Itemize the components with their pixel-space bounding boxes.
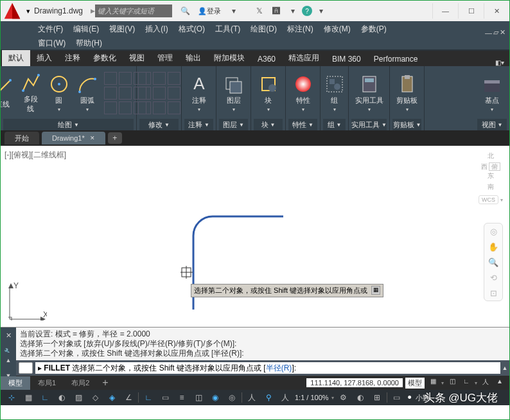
- draw-small-8[interactable]: [119, 101, 132, 114]
- arc-tool[interactable]: 圆弧▾: [75, 73, 100, 114]
- minimize-button[interactable]: —: [432, 3, 458, 19]
- sb-ws-icon[interactable]: ⚙: [337, 392, 351, 403]
- doc-minimize-icon[interactable]: —: [485, 29, 492, 37]
- wcs-badge[interactable]: WCS: [479, 195, 498, 204]
- doc-restore-icon[interactable]: ▱: [493, 28, 498, 37]
- nav-orbit-icon[interactable]: ⟲: [484, 270, 502, 285]
- ribbon-tab-default[interactable]: 默认: [2, 50, 30, 66]
- zoom-label[interactable]: 1:1 / 100%: [295, 394, 329, 401]
- sb-units-icon[interactable]: ▭: [390, 392, 404, 403]
- basepoint-tool[interactable]: 基点▾: [479, 73, 505, 114]
- polyline-tool[interactable]: 多段线: [18, 71, 44, 115]
- ribbon-tab-view[interactable]: 视图: [123, 50, 151, 66]
- mod-6[interactable]: [168, 87, 180, 100]
- nav-pan-icon[interactable]: ✋: [484, 239, 502, 254]
- filetab-add[interactable]: +: [108, 132, 122, 144]
- menu-modify[interactable]: 修改(M): [319, 22, 356, 37]
- layout-tab-model[interactable]: 模型: [1, 376, 30, 390]
- sb-vis-icon[interactable]: ⊞: [370, 392, 384, 403]
- menu-view[interactable]: 视图(V): [104, 22, 140, 37]
- nav-wheel-icon[interactable]: ◎: [484, 223, 502, 239]
- mod-4[interactable]: [138, 87, 151, 100]
- mod-2[interactable]: [153, 72, 166, 85]
- menu-dim[interactable]: 标注(N): [282, 22, 319, 37]
- filetab-start[interactable]: 开始: [4, 132, 39, 144]
- layout-tab-1[interactable]: 布局1: [30, 376, 64, 390]
- draw-small-2[interactable]: [119, 72, 132, 85]
- doc-close-icon[interactable]: ✕: [500, 28, 506, 37]
- iso-icon[interactable]: ∟: [461, 378, 472, 388]
- sb-3dosnap-icon[interactable]: ◈: [105, 392, 119, 403]
- compass-n[interactable]: 北: [479, 152, 503, 161]
- ribbon-tab-perf[interactable]: Performance: [367, 52, 425, 66]
- draw-small-7[interactable]: [104, 101, 117, 114]
- sb-snapmode-icon[interactable]: ▦: [21, 392, 35, 403]
- compass-s[interactable]: 南: [479, 182, 503, 191]
- menu-insert[interactable]: 插入(I): [140, 22, 173, 37]
- exchange-icon[interactable]: 𝕏: [252, 4, 267, 18]
- block-tool[interactable]: 块▾: [256, 73, 281, 114]
- line-tool[interactable]: 直线: [0, 76, 15, 110]
- menu-window[interactable]: 窗口(W): [33, 36, 71, 51]
- ribbon-tab-featured[interactable]: 精选应用: [282, 50, 326, 66]
- nav-show-icon[interactable]: ⊡: [484, 285, 502, 301]
- clipboard-tool[interactable]: 剪贴板▾: [394, 73, 420, 114]
- mod-3[interactable]: [168, 72, 180, 85]
- ribbon-tab-insert[interactable]: 插入: [30, 50, 58, 66]
- annotation-tool[interactable]: A注释▾: [186, 73, 212, 114]
- ribbon-tab-addon[interactable]: 附加模块: [207, 50, 251, 66]
- ribbon-tab-bim360[interactable]: BIM 360: [326, 52, 367, 66]
- mod-1[interactable]: [138, 72, 151, 85]
- ribbon-tab-a360[interactable]: A360: [251, 52, 282, 66]
- menu-tools[interactable]: 工具(T): [210, 22, 245, 37]
- ribbon-tab-output[interactable]: 输出: [179, 50, 207, 66]
- menu-edit[interactable]: 编辑(E): [68, 22, 104, 37]
- sb-polar-icon[interactable]: ◐: [55, 392, 69, 403]
- layer-tool[interactable]: 图层▾: [221, 73, 247, 114]
- menu-file[interactable]: 文件(F): [33, 22, 68, 37]
- layout-tab-2[interactable]: 布局2: [64, 376, 97, 390]
- ribbon-tab-annot[interactable]: 注释: [58, 50, 87, 66]
- layout-add[interactable]: +: [97, 377, 113, 389]
- help-icon[interactable]: ?: [302, 6, 312, 16]
- nav-zoom-icon[interactable]: 🔍: [484, 254, 502, 270]
- login-dropdown-icon[interactable]: ▾: [226, 4, 242, 18]
- drawing-canvas[interactable]: [-][俯视][二维线框] 北 西 俯 东 南 WCS ▾ ◎ ✋ 🔍 ⟲ ⊡ …: [1, 146, 509, 327]
- sb-annomon-icon[interactable]: 人: [245, 392, 259, 403]
- sb-annoauto-icon[interactable]: ⚲: [261, 392, 276, 403]
- sb-qp-icon[interactable]: ◉: [208, 392, 222, 403]
- ribbon-tab-param[interactable]: 参数化: [87, 50, 123, 66]
- annot-icon[interactable]: 人: [480, 378, 491, 388]
- space-toggle[interactable]: 模型: [405, 378, 425, 389]
- sb-osnap-icon[interactable]: ◇: [88, 392, 102, 403]
- filetab-close-icon[interactable]: ✕: [90, 135, 95, 141]
- grid-icon[interactable]: ▦: [427, 378, 439, 388]
- ribbon-tab-manage[interactable]: 管理: [151, 50, 179, 66]
- scale-icon[interactable]: ▲: [494, 378, 506, 388]
- sb-lwt-icon[interactable]: ≡: [175, 392, 189, 403]
- mod-7[interactable]: [138, 101, 151, 114]
- units-label[interactable]: 小数: [416, 393, 430, 403]
- sb-annoscale-icon[interactable]: 人: [278, 392, 292, 403]
- sb-otrack-icon[interactable]: ∠: [121, 392, 136, 403]
- draw-panel-expand-icon[interactable]: ▼: [74, 122, 79, 128]
- sb-tpy-icon[interactable]: ◫: [191, 392, 206, 403]
- maximize-button[interactable]: ☐: [458, 3, 484, 19]
- sb-sc-icon[interactable]: ◎: [225, 392, 239, 403]
- sb-iso-icon[interactable]: ▨: [71, 392, 85, 403]
- menu-help[interactable]: 帮助(H): [71, 36, 107, 51]
- sb-perf-icon[interactable]: ◐: [353, 392, 367, 403]
- mod-5[interactable]: [153, 87, 166, 100]
- sb-infer-icon[interactable]: ⊹: [4, 392, 19, 403]
- sb-ducs-icon[interactable]: ∟: [141, 392, 155, 403]
- search-icon[interactable]: 🔍: [177, 4, 193, 18]
- menu-draw[interactable]: 绘图(D): [245, 22, 282, 37]
- help-menu-icon[interactable]: ▾: [313, 4, 329, 18]
- snap-icon[interactable]: ◫: [446, 378, 458, 388]
- a360-icon[interactable]: 🅰: [268, 4, 284, 18]
- mod-9[interactable]: [168, 101, 180, 114]
- utilities-tool[interactable]: 实用工具▾: [353, 73, 386, 114]
- search-input[interactable]: 键入关键字或短语: [95, 4, 172, 17]
- group-tool[interactable]: 组▾: [322, 73, 347, 114]
- cmd-close-icon[interactable]: ✕: [6, 331, 12, 340]
